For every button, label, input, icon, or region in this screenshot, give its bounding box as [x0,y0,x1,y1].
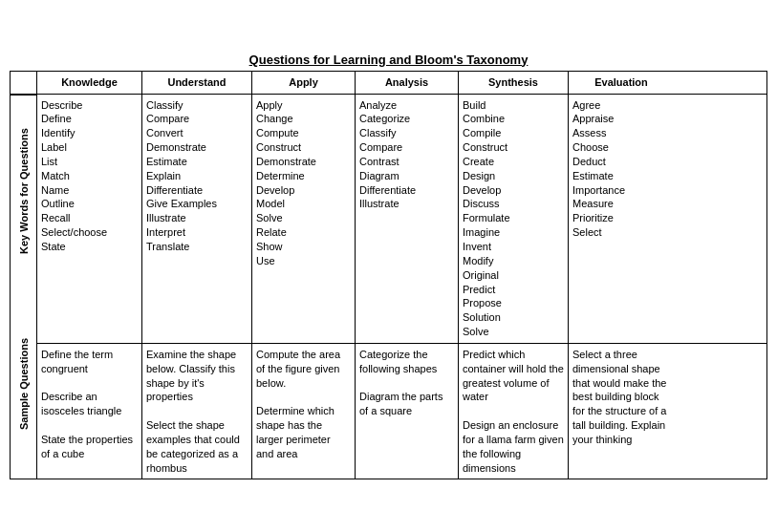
keywords-analysis: Analyze Categorize Classify Compare Cont… [356,95,459,343]
data-rows: Describe Define Identify Label List Matc… [37,95,766,479]
keywords-understand: Classify Compare Convert Demonstrate Est… [142,95,252,343]
sample-understand: Examine the shape below. Classify this s… [142,344,252,479]
row-header-sample: Sample Questions [11,287,36,479]
content-area: Knowledge Understand Apply Analysis Synt… [37,72,766,479]
keywords-apply: Apply Change Compute Construct Demonstra… [252,95,356,343]
col-header-understand: Understand [142,72,252,94]
col-header-evaluation: Evaluation [569,72,674,94]
col-header-apply: Apply [252,72,356,94]
keywords-knowledge: Describe Define Identify Label List Matc… [37,95,142,343]
sample-row: Define the term congruent Describe an is… [37,344,766,479]
sample-apply: Compute the area of the figure given bel… [252,344,356,479]
main-table: Key Words for Questions Sample Questions… [10,71,767,480]
keywords-evaluation: Agree Appraise Assess Choose Deduct Esti… [569,95,674,343]
col-header-knowledge: Knowledge [37,72,142,94]
page-container: Questions for Learning and Bloom's Taxon… [10,53,767,480]
corner-cell [11,72,36,95]
sample-evaluation: Select a three dimensional shape that wo… [569,344,674,479]
keywords-synthesis: Build Combine Compile Construct Create D… [459,95,569,343]
sample-analysis: Categorize the following shapes Diagram … [356,344,459,479]
row-header-column: Key Words for Questions Sample Questions [11,72,37,479]
row-header-keywords: Key Words for Questions [11,95,36,287]
keywords-row: Describe Define Identify Label List Matc… [37,95,766,344]
sample-knowledge: Define the term congruent Describe an is… [37,344,142,479]
sample-synthesis: Predict which container will hold the gr… [459,344,569,479]
col-header-analysis: Analysis [356,72,459,94]
column-headers-row: Knowledge Understand Apply Analysis Synt… [37,72,766,95]
col-header-synthesis: Synthesis [459,72,569,94]
page-title: Questions for Learning and Bloom's Taxon… [10,53,767,67]
